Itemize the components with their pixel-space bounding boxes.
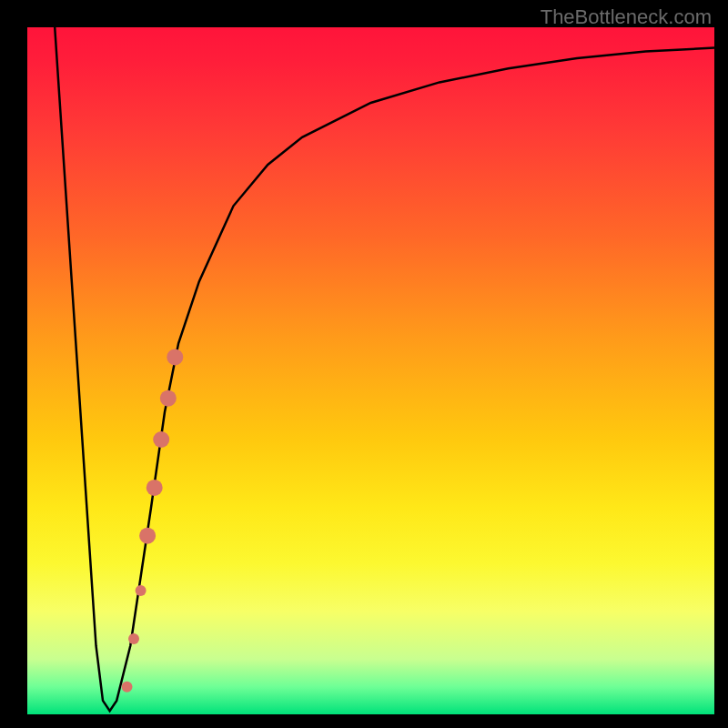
highlight-point	[136, 585, 147, 596]
highlight-point	[147, 480, 163, 496]
highlight-markers	[122, 349, 184, 692]
plot-area	[27, 27, 714, 714]
highlight-point	[167, 349, 183, 365]
highlight-point	[153, 431, 169, 448]
highlight-point	[128, 633, 139, 644]
bottleneck-curve	[55, 27, 714, 711]
attribution-text: TheBottleneck.com	[541, 5, 712, 29]
highlight-point	[139, 528, 156, 544]
highlight-point	[122, 682, 133, 693]
chart-overlay	[27, 27, 714, 714]
highlight-point	[160, 390, 177, 407]
